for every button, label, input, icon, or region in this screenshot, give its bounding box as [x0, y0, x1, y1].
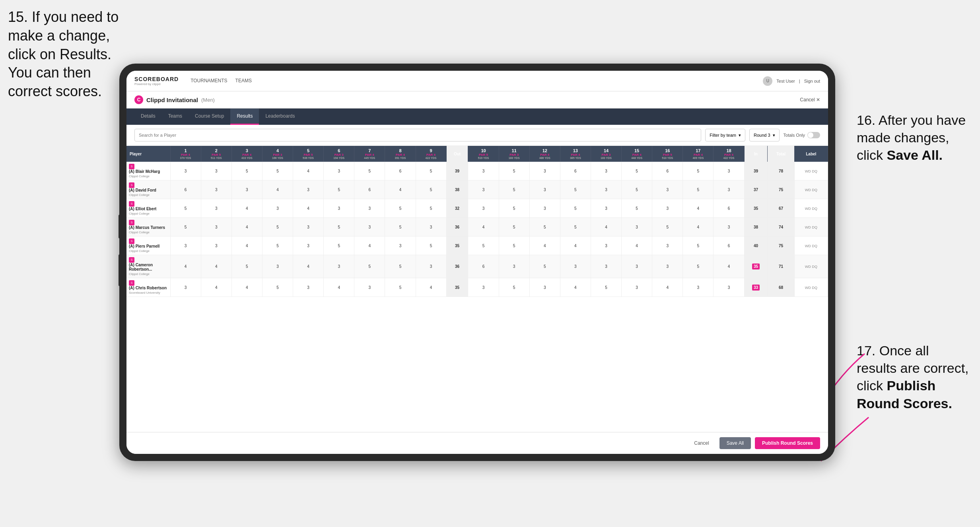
score-front-2-8[interactable]: 5: [385, 199, 416, 218]
score-back-5-13[interactable]: 3: [560, 255, 591, 278]
score-front-3-3[interactable]: 4: [231, 218, 262, 236]
score-back-1-11[interactable]: 5: [499, 180, 529, 199]
score-front-1-1[interactable]: 6: [170, 180, 201, 199]
search-input[interactable]: [134, 129, 701, 141]
score-back-0-15[interactable]: 5: [622, 162, 652, 180]
score-front-3-2[interactable]: 3: [201, 218, 231, 236]
score-front-4-8[interactable]: 3: [385, 236, 416, 255]
score-front-6-9[interactable]: 4: [416, 278, 446, 297]
score-front-6-2[interactable]: 4: [201, 278, 231, 297]
score-back-6-17[interactable]: 3: [683, 278, 714, 297]
score-back-6-10[interactable]: 3: [468, 278, 499, 297]
totals-only-toggle[interactable]: [807, 132, 820, 138]
score-back-0-17[interactable]: 5: [683, 162, 714, 180]
score-back-3-18[interactable]: 3: [714, 218, 744, 236]
score-back-3-16[interactable]: 5: [652, 218, 683, 236]
score-back-3-17[interactable]: 4: [683, 218, 714, 236]
wd-0[interactable]: WD: [805, 169, 811, 173]
score-front-0-9[interactable]: 5: [416, 162, 446, 180]
wd-1[interactable]: WD: [805, 188, 811, 192]
score-front-0-7[interactable]: 5: [354, 162, 385, 180]
score-front-4-9[interactable]: 5: [416, 236, 446, 255]
score-front-3-6[interactable]: 5: [324, 218, 354, 236]
score-front-4-3[interactable]: 4: [231, 236, 262, 255]
score-front-2-9[interactable]: 5: [416, 199, 446, 218]
score-front-5-5[interactable]: 4: [293, 255, 324, 278]
score-front-3-7[interactable]: 3: [354, 218, 385, 236]
score-back-4-15[interactable]: 4: [622, 236, 652, 255]
score-back-5-11[interactable]: 3: [499, 255, 529, 278]
score-back-5-12[interactable]: 5: [529, 255, 560, 278]
score-front-2-4[interactable]: 3: [262, 199, 293, 218]
dq-6[interactable]: DQ: [812, 286, 817, 290]
score-front-0-1[interactable]: 3: [170, 162, 201, 180]
score-back-5-15[interactable]: 3: [622, 255, 652, 278]
dq-3[interactable]: DQ: [812, 225, 817, 229]
score-back-3-12[interactable]: 5: [529, 218, 560, 236]
score-back-1-14[interactable]: 3: [591, 180, 621, 199]
score-back-4-12[interactable]: 4: [529, 236, 560, 255]
score-back-3-13[interactable]: 5: [560, 218, 591, 236]
label-5[interactable]: WD DQ: [794, 255, 828, 278]
score-front-0-3[interactable]: 5: [231, 162, 262, 180]
score-back-5-16[interactable]: 3: [652, 255, 683, 278]
nav-teams[interactable]: TEAMS: [235, 76, 252, 86]
score-back-6-14[interactable]: 5: [591, 278, 621, 297]
cancel-button[interactable]: Cancel: [688, 437, 715, 449]
score-front-2-6[interactable]: 3: [324, 199, 354, 218]
score-back-4-11[interactable]: 5: [499, 236, 529, 255]
score-front-1-8[interactable]: 4: [385, 180, 416, 199]
score-front-4-5[interactable]: 3: [293, 236, 324, 255]
score-front-1-5[interactable]: 3: [293, 180, 324, 199]
score-back-3-10[interactable]: 4: [468, 218, 499, 236]
score-back-0-13[interactable]: 6: [560, 162, 591, 180]
score-front-5-1[interactable]: 4: [170, 255, 201, 278]
score-back-4-14[interactable]: 3: [591, 236, 621, 255]
score-back-5-17[interactable]: 5: [683, 255, 714, 278]
label-0[interactable]: WD DQ: [794, 162, 828, 180]
scores-container[interactable]: Player 1PAR 4370 YDS 2PAR 5511 YDS 3PAR …: [126, 146, 828, 432]
score-back-6-11[interactable]: 5: [499, 278, 529, 297]
score-back-6-13[interactable]: 4: [560, 278, 591, 297]
score-back-0-18[interactable]: 3: [714, 162, 744, 180]
label-4[interactable]: WD DQ: [794, 236, 828, 255]
publish-round-scores-button[interactable]: Publish Round Scores: [755, 437, 820, 449]
dq-4[interactable]: DQ: [812, 244, 817, 248]
tab-teams[interactable]: Teams: [162, 108, 189, 125]
score-front-3-9[interactable]: 3: [416, 218, 446, 236]
score-back-4-13[interactable]: 4: [560, 236, 591, 255]
score-front-3-5[interactable]: 3: [293, 218, 324, 236]
score-front-5-4[interactable]: 3: [262, 255, 293, 278]
score-front-1-2[interactable]: 3: [201, 180, 231, 199]
label-1[interactable]: WD DQ: [794, 180, 828, 199]
wd-5[interactable]: WD: [805, 265, 811, 269]
score-front-6-5[interactable]: 3: [293, 278, 324, 297]
score-front-0-5[interactable]: 4: [293, 162, 324, 180]
score-back-6-15[interactable]: 3: [622, 278, 652, 297]
dq-0[interactable]: DQ: [812, 169, 817, 173]
score-back-2-14[interactable]: 3: [591, 199, 621, 218]
score-front-3-1[interactable]: 5: [170, 218, 201, 236]
score-front-2-2[interactable]: 3: [201, 199, 231, 218]
score-back-0-12[interactable]: 3: [529, 162, 560, 180]
score-back-3-14[interactable]: 4: [591, 218, 621, 236]
score-back-6-16[interactable]: 4: [652, 278, 683, 297]
score-back-2-12[interactable]: 3: [529, 199, 560, 218]
score-front-4-6[interactable]: 5: [324, 236, 354, 255]
score-front-0-8[interactable]: 6: [385, 162, 416, 180]
score-back-1-18[interactable]: 3: [714, 180, 744, 199]
tab-course-setup[interactable]: Course Setup: [189, 108, 230, 125]
score-back-2-18[interactable]: 6: [714, 199, 744, 218]
score-back-0-14[interactable]: 3: [591, 162, 621, 180]
nav-tournaments[interactable]: TOURNAMENTS: [191, 76, 227, 86]
score-front-5-6[interactable]: 3: [324, 255, 354, 278]
tab-details[interactable]: Details: [134, 108, 162, 125]
score-front-5-7[interactable]: 5: [354, 255, 385, 278]
score-back-6-18[interactable]: 3: [714, 278, 744, 297]
score-front-1-4[interactable]: 4: [262, 180, 293, 199]
score-back-4-17[interactable]: 5: [683, 236, 714, 255]
tab-results[interactable]: Results: [230, 108, 259, 125]
score-front-0-4[interactable]: 5: [262, 162, 293, 180]
score-front-1-7[interactable]: 6: [354, 180, 385, 199]
score-back-2-17[interactable]: 4: [683, 199, 714, 218]
